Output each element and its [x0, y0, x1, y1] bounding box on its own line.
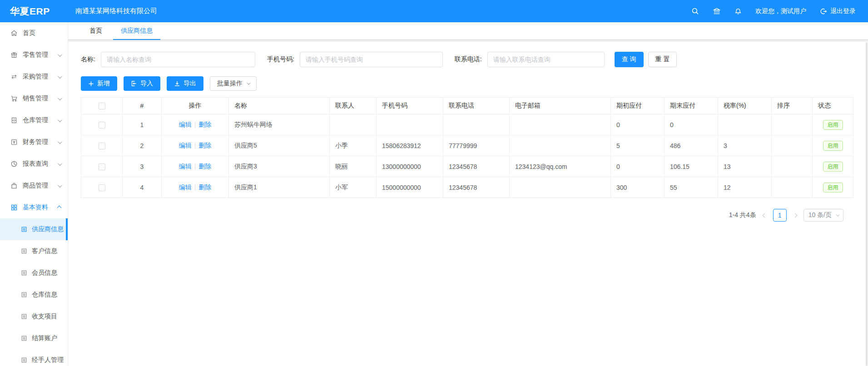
cell-sort	[772, 135, 813, 156]
list-icon	[21, 292, 27, 298]
cell-telephone: 77779999	[443, 135, 510, 156]
report-icon	[10, 160, 18, 168]
cell-phone	[377, 114, 443, 135]
next-page-button[interactable]	[793, 214, 798, 217]
chevron-down-icon	[247, 81, 250, 84]
edit-link[interactable]: 编辑	[179, 183, 192, 191]
table-row: 2 编辑|删除 供应商5 小季 15806283912 77779999 5 4…	[81, 135, 853, 156]
delete-link[interactable]: 删除	[198, 163, 211, 170]
prev-page-button[interactable]	[762, 214, 767, 217]
table-row: 1 编辑|删除 苏州蜗牛网络 0 0 启用	[81, 114, 853, 135]
sidebar-item-sales[interactable]: 销售管理	[0, 88, 68, 109]
list-icon	[21, 248, 27, 254]
sidebar-item-purchase[interactable]: 采购管理	[0, 66, 68, 88]
tab-bar: 首页 供应商信息	[68, 22, 868, 40]
name-filter-label: 名称:	[81, 55, 95, 64]
sidebar-item-customer-info[interactable]: 客户信息	[0, 240, 68, 262]
cell-email	[510, 135, 611, 156]
home-icon	[10, 30, 18, 37]
cell-index: 3	[123, 156, 162, 177]
cell-contact: 晓丽	[330, 156, 377, 177]
sidebar-item-goods[interactable]: 商品管理	[0, 175, 68, 197]
sidebar-item-member-info[interactable]: 会员信息	[0, 262, 68, 284]
logout-button[interactable]: 退出登录	[820, 7, 856, 15]
filter-bar: 名称: 手机号码: 联系电话: 查 询 重 置	[81, 52, 855, 67]
cell-opening: 0	[611, 156, 665, 177]
sidebar-item-warehouse-info[interactable]: 仓库信息	[0, 284, 68, 306]
export-button[interactable]: 导出	[167, 76, 203, 91]
search-button[interactable]: 查 询	[615, 52, 644, 67]
search-icon[interactable]	[691, 7, 699, 15]
cell-opening: 300	[611, 177, 665, 198]
warehouse-icon	[10, 117, 18, 124]
column-contact: 联系人	[330, 98, 377, 114]
delete-link[interactable]: 删除	[198, 183, 211, 191]
row-checkbox[interactable]	[99, 122, 105, 129]
phone-filter-input[interactable]	[300, 52, 443, 67]
sidebar-item-supplier-info[interactable]: 供应商信息	[0, 218, 68, 240]
telephone-filter-input[interactable]	[487, 52, 605, 67]
sidebar-item-settlement-account[interactable]: 结算账户	[0, 327, 68, 349]
row-checkbox[interactable]	[99, 184, 105, 191]
sidebar-item-basedata[interactable]: 基本资料	[0, 197, 68, 218]
scrollbar[interactable]	[866, 42, 868, 366]
bell-icon[interactable]	[734, 7, 742, 15]
delete-link[interactable]: 删除	[198, 121, 211, 128]
sidebar-item-retail[interactable]: 零售管理	[0, 44, 68, 66]
batch-actions-dropdown[interactable]: 批量操作	[210, 76, 257, 91]
cell-telephone: 12345678	[443, 156, 510, 177]
cell-opening: 0	[611, 114, 665, 135]
tab-supplier-info[interactable]: 供应商信息	[120, 22, 154, 40]
page-size-select[interactable]: 10 条/页	[804, 209, 843, 222]
list-icon	[21, 226, 27, 232]
sidebar-item-reports[interactable]: 报表查询	[0, 153, 68, 175]
chevron-left-icon	[762, 213, 767, 218]
bank-icon[interactable]	[713, 7, 721, 15]
cell-name: 苏州蜗牛网络	[229, 114, 330, 135]
cell-telephone	[443, 114, 510, 135]
cell-opening: 5	[611, 135, 665, 156]
sidebar-item-home[interactable]: 首页	[0, 22, 68, 44]
chevron-down-icon	[58, 139, 62, 144]
welcome-text: 欢迎您，测试用户	[755, 7, 806, 15]
cell-index: 2	[123, 135, 162, 156]
column-closing-payable: 期末应付	[665, 98, 718, 114]
delete-link[interactable]: 删除	[198, 142, 211, 149]
reset-button[interactable]: 重 置	[648, 52, 677, 67]
list-icon	[21, 270, 27, 276]
table-header-row: # 操作 名称 联系人 手机号码 联系电话 电子邮箱 期初应付 期末应付 税率(…	[81, 98, 853, 114]
phone-filter-label: 手机号码:	[267, 55, 294, 64]
row-checkbox[interactable]	[99, 163, 105, 170]
status-badge: 启用	[823, 141, 843, 151]
cell-closing: 106.15	[665, 156, 718, 177]
edit-link[interactable]: 编辑	[179, 121, 192, 128]
tab-home[interactable]: 首页	[89, 22, 103, 40]
sidebar-item-finance[interactable]: 财务管理	[0, 131, 68, 153]
cell-email	[510, 114, 611, 135]
top-header: 华夏ERP 南通某某网络科技有限公司 欢迎您，测试用户 退出登录	[0, 0, 868, 22]
column-sort: 排序	[772, 98, 813, 114]
sidebar-item-income-expense[interactable]: 收支项目	[0, 306, 68, 327]
row-checkbox[interactable]	[99, 143, 105, 149]
sidebar-item-handler-management[interactable]: 经手人管理	[0, 349, 68, 366]
sidebar-item-warehouse[interactable]: 仓库管理	[0, 109, 68, 131]
cell-phone: 15000000000	[377, 177, 443, 198]
cell-telephone: 12345678	[443, 177, 510, 198]
name-filter-input[interactable]	[101, 52, 255, 67]
column-actions: 操作	[162, 98, 229, 114]
cell-name: 供应商1	[229, 177, 330, 198]
chevron-down-icon	[58, 96, 62, 100]
cell-sort	[772, 156, 813, 177]
column-tax-rate: 税率(%)	[718, 98, 772, 114]
page-number-button[interactable]: 1	[773, 209, 787, 222]
edit-link[interactable]: 编辑	[179, 163, 192, 170]
edit-link[interactable]: 编辑	[179, 142, 192, 149]
export-icon	[174, 80, 180, 87]
import-button[interactable]: 导入	[124, 76, 160, 91]
chevron-down-icon	[58, 74, 62, 79]
select-all-checkbox[interactable]	[99, 103, 105, 109]
cell-name: 供应商5	[229, 135, 330, 156]
add-button[interactable]: 新增	[81, 76, 117, 91]
plus-icon	[88, 81, 94, 87]
app-logo: 华夏ERP	[0, 5, 68, 18]
